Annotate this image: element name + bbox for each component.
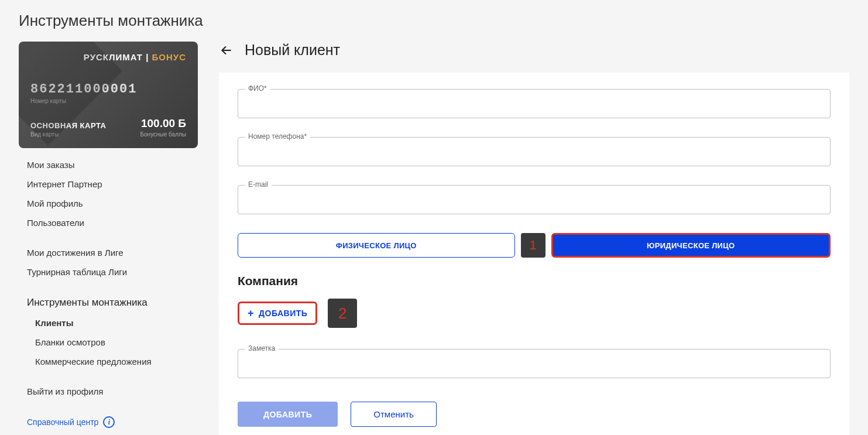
cancel-button[interactable]: Отменить: [351, 402, 437, 427]
info-icon: i: [103, 416, 115, 428]
plus-icon: +: [248, 308, 254, 318]
add-company-button[interactable]: + ДОБАВИТЬ: [238, 302, 317, 325]
nav-achievements[interactable]: Мои достижения в Лиге: [19, 243, 198, 262]
card-balance: 100.00 Б: [140, 117, 186, 130]
sidebar-nav: Мои заказы Интернет Партнер Мой профиль …: [19, 155, 198, 433]
add-company-label: ДОБАВИТЬ: [259, 309, 307, 318]
help-center-label: Справочный центр: [27, 417, 98, 427]
note-input[interactable]: [238, 349, 831, 378]
nav-my-orders[interactable]: Мои заказы: [19, 155, 198, 174]
fio-input[interactable]: [238, 89, 831, 118]
annotation-step-1: 1: [521, 233, 545, 258]
main-title: Новый клиент: [245, 42, 340, 59]
nav-my-profile[interactable]: Мой профиль: [19, 194, 198, 213]
email-input[interactable]: [238, 185, 831, 214]
nav-sub-inspection-forms[interactable]: Бланки осмотров: [19, 333, 198, 352]
back-arrow-icon[interactable]: [219, 43, 234, 58]
card-number-label: Номер карты: [30, 98, 186, 104]
field-email: E-mail: [238, 185, 831, 214]
card-brand: РУСКЛИМАТ | БОНУС: [30, 52, 186, 62]
phone-input[interactable]: [238, 137, 831, 166]
bonus-card: РУСКЛИМАТ | БОНУС 862211000001 Номер кар…: [19, 42, 198, 148]
help-center-link[interactable]: Справочный центр i: [19, 412, 198, 433]
field-email-label: E-mail: [245, 180, 272, 189]
field-note-label: Заметка: [245, 344, 279, 352]
card-balance-label: Бонусные баллы: [140, 131, 186, 138]
nav-section-tools[interactable]: Инструменты монтажника: [19, 292, 198, 313]
annotation-step-2: 2: [328, 299, 357, 328]
card-brand-main: РУСКЛИМАТ |: [84, 52, 152, 62]
entity-type-toggle: ФИЗИЧЕСКОЕ ЛИЦО 1 ЮРИДИЧЕСКОЕ ЛИЦО: [238, 233, 831, 258]
nav-logout[interactable]: Выйти из профиля: [19, 382, 198, 401]
nav-internet-partner[interactable]: Интернет Партнер: [19, 174, 198, 194]
field-fio-label: ФИО*: [245, 84, 270, 93]
card-type: ОСНОВНАЯ КАРТА: [30, 121, 106, 130]
toggle-legal-entity[interactable]: ЮРИДИЧЕСКОЕ ЛИЦО: [551, 233, 831, 258]
nav-sub-clients[interactable]: Клиенты: [19, 313, 198, 333]
sidebar: РУСКЛИМАТ | БОНУС 862211000001 Номер кар…: [19, 42, 198, 435]
card-brand-accent: БОНУС: [152, 52, 186, 62]
card-number: 862211000001: [30, 82, 186, 97]
field-phone-label: Номер телефона*: [245, 132, 310, 141]
form-panel: ФИО* Номер телефона* E-mail ФИЗИЧЕСКОЕ Л…: [219, 73, 849, 435]
field-fio: ФИО*: [238, 89, 831, 118]
field-phone: Номер телефона*: [238, 137, 831, 166]
nav-users[interactable]: Пользователи: [19, 213, 198, 232]
main-content: Новый клиент ФИО* Номер телефона* E-mail…: [219, 42, 849, 435]
company-section-title: Компания: [238, 274, 831, 288]
page-title: Инструменты монтажника: [19, 12, 849, 30]
field-note: Заметка: [238, 349, 831, 378]
toggle-individual[interactable]: ФИЗИЧЕСКОЕ ЛИЦО: [238, 233, 515, 258]
card-type-label: Вид карты: [30, 131, 106, 138]
nav-sub-commercial-offers[interactable]: Коммерческие предложения: [19, 352, 198, 371]
submit-button[interactable]: ДОБАВИТЬ: [238, 402, 338, 427]
nav-league-table[interactable]: Турнирная таблица Лиги: [19, 262, 198, 282]
